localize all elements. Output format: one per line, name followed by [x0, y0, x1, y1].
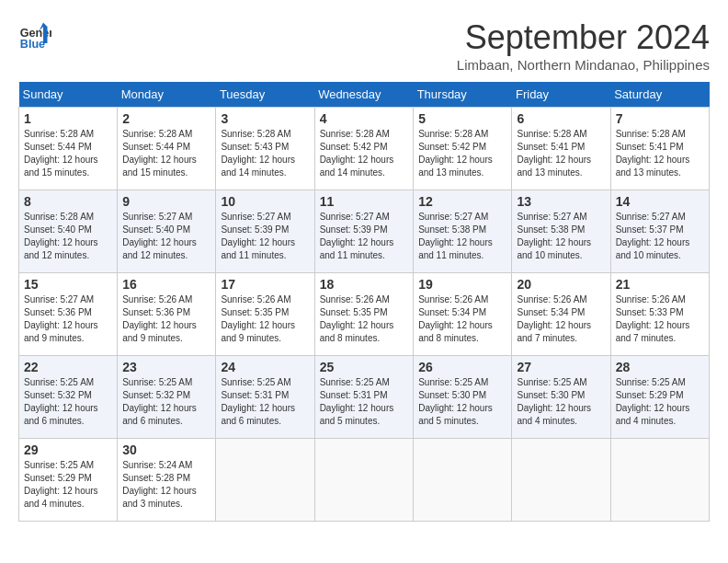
- calendar-cell: 22Sunrise: 5:25 AM Sunset: 5:32 PM Dayli…: [19, 356, 118, 439]
- day-info: Sunrise: 5:26 AM Sunset: 5:36 PM Dayligh…: [122, 293, 210, 345]
- week-row-2: 8Sunrise: 5:28 AM Sunset: 5:40 PM Daylig…: [19, 190, 710, 273]
- calendar-cell: 18Sunrise: 5:26 AM Sunset: 5:35 PM Dayli…: [314, 273, 414, 356]
- day-number: 18: [320, 277, 409, 292]
- day-number: 10: [221, 194, 309, 209]
- title-section: September 2024 Limbaan, Northern Mindana…: [457, 18, 710, 73]
- logo-icon: General Blue: [18, 18, 51, 52]
- day-info: Sunrise: 5:27 AM Sunset: 5:39 PM Dayligh…: [221, 211, 309, 262]
- calendar-cell: [216, 439, 314, 522]
- svg-text:Blue: Blue: [20, 38, 45, 51]
- day-info: Sunrise: 5:27 AM Sunset: 5:39 PM Dayligh…: [320, 211, 409, 262]
- week-row-5: 29Sunrise: 5:25 AM Sunset: 5:29 PM Dayli…: [19, 439, 710, 522]
- day-number: 15: [24, 277, 112, 292]
- day-number: 9: [122, 194, 210, 209]
- day-number: 11: [320, 194, 409, 209]
- calendar-cell: 1Sunrise: 5:28 AM Sunset: 5:44 PM Daylig…: [19, 108, 118, 190]
- day-number: 4: [320, 111, 409, 126]
- calendar-cell: 12Sunrise: 5:27 AM Sunset: 5:38 PM Dayli…: [414, 190, 512, 273]
- calendar-table: SundayMondayTuesdayWednesdayThursdayFrid…: [18, 82, 710, 522]
- calendar-cell: 20Sunrise: 5:26 AM Sunset: 5:34 PM Dayli…: [512, 273, 610, 356]
- day-info: Sunrise: 5:26 AM Sunset: 5:35 PM Dayligh…: [221, 293, 309, 345]
- day-info: Sunrise: 5:28 AM Sunset: 5:41 PM Dayligh…: [616, 128, 704, 179]
- day-info: Sunrise: 5:28 AM Sunset: 5:41 PM Dayligh…: [517, 128, 605, 179]
- day-info: Sunrise: 5:27 AM Sunset: 5:37 PM Dayligh…: [616, 211, 704, 262]
- day-number: 12: [418, 194, 506, 209]
- day-info: Sunrise: 5:25 AM Sunset: 5:30 PM Dayligh…: [517, 376, 605, 428]
- calendar-cell: 5Sunrise: 5:28 AM Sunset: 5:42 PM Daylig…: [414, 108, 512, 190]
- day-info: Sunrise: 5:27 AM Sunset: 5:38 PM Dayligh…: [418, 211, 506, 262]
- day-number: 8: [24, 194, 112, 209]
- day-number: 19: [418, 277, 506, 292]
- calendar-cell: 23Sunrise: 5:25 AM Sunset: 5:32 PM Dayli…: [118, 356, 216, 439]
- day-number: 5: [418, 111, 506, 126]
- week-row-4: 22Sunrise: 5:25 AM Sunset: 5:32 PM Dayli…: [19, 356, 710, 439]
- day-number: 7: [616, 111, 704, 126]
- day-number: 22: [24, 360, 112, 374]
- day-number: 14: [616, 194, 704, 209]
- calendar-cell: 27Sunrise: 5:25 AM Sunset: 5:30 PM Dayli…: [512, 356, 610, 439]
- calendar-cell: 14Sunrise: 5:27 AM Sunset: 5:37 PM Dayli…: [610, 190, 709, 273]
- week-row-1: 1Sunrise: 5:28 AM Sunset: 5:44 PM Daylig…: [19, 108, 710, 190]
- day-number: 17: [221, 277, 309, 292]
- day-number: 20: [517, 277, 605, 292]
- calendar-cell: 21Sunrise: 5:26 AM Sunset: 5:33 PM Dayli…: [610, 273, 709, 356]
- calendar-cell: 19Sunrise: 5:26 AM Sunset: 5:34 PM Dayli…: [414, 273, 512, 356]
- day-number: 13: [517, 194, 605, 209]
- weekday-header-sunday: Sunday: [19, 82, 118, 108]
- weekday-header-friday: Friday: [512, 82, 610, 108]
- day-number: 26: [418, 360, 506, 374]
- day-info: Sunrise: 5:25 AM Sunset: 5:29 PM Dayligh…: [24, 459, 112, 511]
- day-info: Sunrise: 5:25 AM Sunset: 5:29 PM Dayligh…: [616, 376, 704, 428]
- day-number: 2: [122, 111, 210, 126]
- calendar-cell: 16Sunrise: 5:26 AM Sunset: 5:36 PM Dayli…: [118, 273, 216, 356]
- calendar-cell: 7Sunrise: 5:28 AM Sunset: 5:41 PM Daylig…: [610, 108, 709, 190]
- calendar-cell: 9Sunrise: 5:27 AM Sunset: 5:40 PM Daylig…: [118, 190, 216, 273]
- day-info: Sunrise: 5:28 AM Sunset: 5:42 PM Dayligh…: [418, 128, 506, 179]
- calendar-cell: 15Sunrise: 5:27 AM Sunset: 5:36 PM Dayli…: [19, 273, 118, 356]
- month-title: September 2024: [457, 18, 710, 57]
- weekday-header-saturday: Saturday: [610, 82, 709, 108]
- day-number: 3: [221, 111, 309, 126]
- weekday-header-thursday: Thursday: [414, 82, 512, 108]
- day-info: Sunrise: 5:26 AM Sunset: 5:34 PM Dayligh…: [517, 293, 605, 345]
- calendar-cell: [512, 439, 610, 522]
- day-info: Sunrise: 5:27 AM Sunset: 5:40 PM Dayligh…: [122, 211, 210, 262]
- day-info: Sunrise: 5:27 AM Sunset: 5:36 PM Dayligh…: [24, 293, 112, 345]
- calendar-cell: 13Sunrise: 5:27 AM Sunset: 5:38 PM Dayli…: [512, 190, 610, 273]
- page-header: General Blue September 2024 Limbaan, Nor…: [18, 18, 710, 73]
- calendar-cell: 24Sunrise: 5:25 AM Sunset: 5:31 PM Dayli…: [216, 356, 314, 439]
- day-info: Sunrise: 5:25 AM Sunset: 5:32 PM Dayligh…: [24, 376, 112, 428]
- calendar-cell: 17Sunrise: 5:26 AM Sunset: 5:35 PM Dayli…: [216, 273, 314, 356]
- day-info: Sunrise: 5:26 AM Sunset: 5:35 PM Dayligh…: [320, 293, 409, 345]
- day-number: 16: [122, 277, 210, 292]
- day-number: 23: [122, 360, 210, 374]
- day-info: Sunrise: 5:25 AM Sunset: 5:32 PM Dayligh…: [122, 376, 210, 428]
- day-info: Sunrise: 5:24 AM Sunset: 5:28 PM Dayligh…: [122, 459, 210, 511]
- day-info: Sunrise: 5:28 AM Sunset: 5:44 PM Dayligh…: [24, 128, 112, 179]
- day-info: Sunrise: 5:27 AM Sunset: 5:38 PM Dayligh…: [517, 211, 605, 262]
- day-info: Sunrise: 5:28 AM Sunset: 5:42 PM Dayligh…: [320, 128, 409, 179]
- location-subtitle: Limbaan, Northern Mindanao, Philippines: [457, 57, 710, 73]
- calendar-cell: [314, 439, 414, 522]
- day-info: Sunrise: 5:26 AM Sunset: 5:34 PM Dayligh…: [418, 293, 506, 345]
- calendar-cell: 29Sunrise: 5:25 AM Sunset: 5:29 PM Dayli…: [19, 439, 118, 522]
- day-info: Sunrise: 5:25 AM Sunset: 5:30 PM Dayligh…: [418, 376, 506, 428]
- calendar-cell: 25Sunrise: 5:25 AM Sunset: 5:31 PM Dayli…: [314, 356, 414, 439]
- calendar-cell: 28Sunrise: 5:25 AM Sunset: 5:29 PM Dayli…: [610, 356, 709, 439]
- calendar-cell: 11Sunrise: 5:27 AM Sunset: 5:39 PM Dayli…: [314, 190, 414, 273]
- weekday-header-tuesday: Tuesday: [216, 82, 314, 108]
- day-info: Sunrise: 5:26 AM Sunset: 5:33 PM Dayligh…: [616, 293, 704, 345]
- calendar-cell: 4Sunrise: 5:28 AM Sunset: 5:42 PM Daylig…: [314, 108, 414, 190]
- weekday-header-monday: Monday: [118, 82, 216, 108]
- day-number: 29: [24, 442, 112, 457]
- weekday-header-wednesday: Wednesday: [314, 82, 414, 108]
- day-number: 30: [122, 442, 210, 457]
- day-info: Sunrise: 5:28 AM Sunset: 5:44 PM Dayligh…: [122, 128, 210, 179]
- day-info: Sunrise: 5:25 AM Sunset: 5:31 PM Dayligh…: [320, 376, 409, 428]
- calendar-cell: [610, 439, 709, 522]
- day-number: 21: [616, 277, 704, 292]
- day-number: 28: [616, 360, 704, 374]
- day-number: 6: [517, 111, 605, 126]
- calendar-cell: 6Sunrise: 5:28 AM Sunset: 5:41 PM Daylig…: [512, 108, 610, 190]
- calendar-cell: 30Sunrise: 5:24 AM Sunset: 5:28 PM Dayli…: [118, 439, 216, 522]
